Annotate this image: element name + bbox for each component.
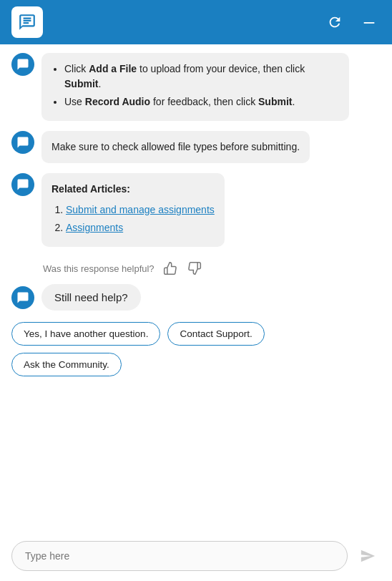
thumbs-up-button[interactable]	[162, 260, 179, 277]
send-button[interactable]	[355, 543, 381, 569]
input-area	[0, 534, 392, 581]
quick-reply-contact-support[interactable]: Contact Support.	[167, 322, 264, 346]
chat-header	[0, 0, 392, 44]
avatar	[11, 286, 34, 309]
thumbs-up-icon	[163, 261, 177, 275]
bot-avatar-icon	[16, 136, 29, 149]
quick-replies: Yes, I have another question. Contact Su…	[11, 322, 381, 388]
message-bubble: Click Add a File to upload from your dev…	[41, 53, 349, 121]
bot-avatar-icon	[16, 291, 29, 304]
thumbs-down-button[interactable]	[186, 260, 203, 277]
message-text: Make sure to check allowed file types be…	[52, 141, 300, 152]
bullet-item: Click Add a File to upload from your dev…	[64, 62, 339, 92]
refresh-button[interactable]	[323, 11, 346, 34]
feedback-label: Was this response helpful?	[43, 263, 155, 274]
bullet-item: Use Record Audio for feedback, then clic…	[64, 94, 339, 109]
message-row: Make sure to check allowed file types be…	[11, 131, 381, 163]
message-row: Related Articles: Submit and manage assi…	[11, 173, 381, 247]
chat-area: Click Add a File to upload from your dev…	[0, 44, 392, 534]
feedback-row: Was this response helpful?	[11, 257, 381, 284]
bot-avatar-icon	[16, 178, 29, 191]
article-link-2[interactable]: Assignments	[66, 222, 123, 233]
avatar	[11, 53, 34, 76]
avatar	[11, 131, 34, 154]
list-item: Submit and manage assignments	[66, 202, 215, 218]
header-actions	[323, 11, 381, 34]
still-need-help-text: Still need help?	[54, 291, 128, 303]
minimize-icon	[361, 14, 377, 30]
avatar	[11, 173, 34, 196]
message-row: Click Add a File to upload from your dev…	[11, 53, 381, 121]
related-articles-title: Related Articles:	[52, 182, 215, 197]
thumbs-down-icon	[187, 261, 202, 275]
refresh-icon	[327, 14, 343, 30]
chat-logo-icon	[18, 13, 36, 31]
header-logo	[11, 6, 43, 38]
list-item: Assignments	[66, 220, 215, 235]
related-articles-bubble: Related Articles: Submit and manage assi…	[41, 173, 225, 247]
message-bubble: Make sure to check allowed file types be…	[41, 131, 310, 163]
send-icon	[360, 548, 376, 564]
still-need-help-row: Still need help?	[11, 284, 381, 311]
chat-input[interactable]	[11, 541, 348, 571]
bot-avatar-icon	[16, 58, 29, 71]
still-need-help-bubble: Still need help?	[41, 284, 141, 311]
quick-reply-ask-community[interactable]: Ask the Community.	[11, 353, 122, 376]
quick-reply-another-question[interactable]: Yes, I have another question.	[11, 322, 160, 346]
minimize-button[interactable]	[358, 11, 381, 34]
article-link-1[interactable]: Submit and manage assignments	[66, 204, 215, 215]
